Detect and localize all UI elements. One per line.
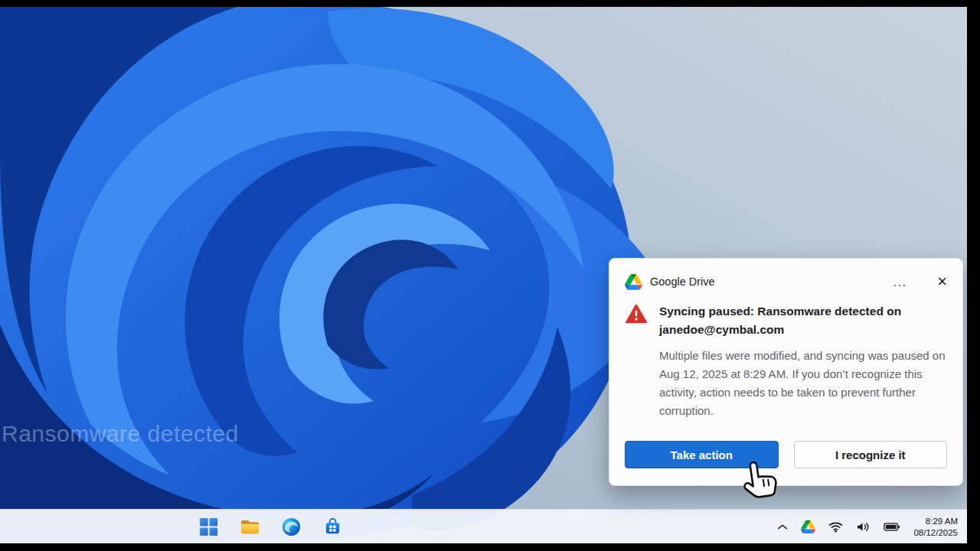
tray-google-drive-button[interactable]: [798, 517, 818, 536]
edge-button[interactable]: [276, 511, 306, 542]
battery-icon: [884, 522, 900, 532]
letterbox-right: [967, 0, 980, 551]
tray-chevron-button[interactable]: [774, 520, 791, 533]
cursor-hand-icon: [737, 456, 782, 504]
wifi-icon: [828, 521, 843, 533]
taskbar-clock[interactable]: 8:29 AM 08/12/2025: [910, 514, 961, 540]
notification-message: Multiple files were modified, and syncin…: [659, 347, 947, 420]
start-button[interactable]: [193, 511, 224, 542]
notification-more-button[interactable]: …: [892, 278, 906, 285]
wallpaper-watermark: Ransomware detected: [2, 421, 239, 447]
microsoft-store-button[interactable]: [317, 511, 348, 542]
notification-actions: Take action I recognize it: [625, 441, 947, 468]
notification-content: Syncing paused: Ransomware detected on j…: [625, 302, 947, 420]
battery-button[interactable]: [880, 519, 903, 535]
screen: Ransomware detected Google Drive … ×: [0, 0, 980, 551]
taskbar-center-icons: [193, 511, 348, 542]
chevron-up-icon: [777, 523, 788, 530]
notification-texts: Syncing paused: Ransomware detected on j…: [659, 302, 947, 420]
warning-icon: [626, 302, 647, 420]
wifi-button[interactable]: [825, 518, 846, 536]
letterbox-top: [0, 0, 980, 7]
microsoft-store-icon: [323, 517, 342, 536]
windows-logo-icon: [199, 517, 218, 536]
system-tray: 8:29 AM 08/12/2025: [774, 510, 961, 544]
edge-browser-icon: [282, 517, 301, 536]
google-drive-notification: Google Drive … × Syncing paused: Ransomw…: [609, 258, 963, 486]
notification-app-name: Google Drive: [650, 276, 715, 288]
letterbox-bottom: [0, 543, 980, 551]
notification-close-button[interactable]: ×: [937, 274, 947, 289]
taskbar: 8:29 AM 08/12/2025: [0, 509, 967, 543]
recognize-button[interactable]: I recognize it: [794, 441, 948, 468]
notification-title: Syncing paused: Ransomware detected on j…: [659, 302, 947, 339]
clock-time: 8:29 AM: [913, 516, 958, 527]
google-drive-logo-icon: [625, 274, 642, 290]
notification-header: Google Drive … ×: [625, 272, 947, 292]
clock-date: 08/12/2025: [913, 527, 958, 539]
google-drive-tray-icon: [801, 520, 815, 533]
volume-button[interactable]: [853, 518, 874, 536]
speaker-icon: [856, 521, 871, 533]
file-explorer-button[interactable]: [234, 511, 265, 542]
file-explorer-icon: [240, 518, 260, 536]
